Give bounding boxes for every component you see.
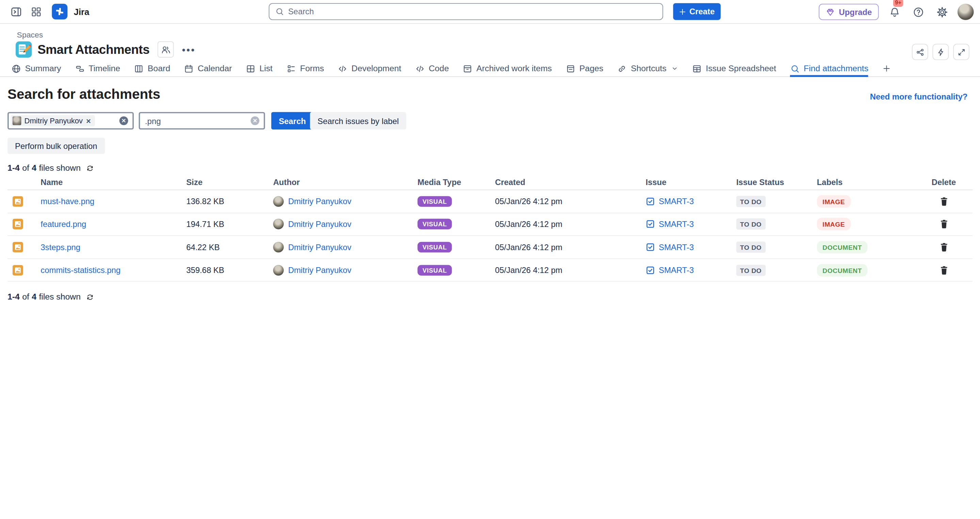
tab-label: Issue Spreadsheet: [706, 64, 776, 73]
board-icon: [134, 63, 144, 73]
globe-icon: [11, 63, 21, 73]
tab-development[interactable]: Development: [338, 62, 401, 77]
query-filter-input[interactable]: [145, 116, 251, 126]
top-nav: Jira Create Upgrade: [0, 0, 980, 24]
file-name-link[interactable]: 3steps.png: [40, 242, 80, 252]
clear-author-filter-button[interactable]: ✕: [119, 117, 128, 125]
tab-timeline[interactable]: Timeline: [75, 62, 120, 77]
tab-label: Forms: [300, 64, 324, 73]
bulk-operation-button[interactable]: Perform bulk operation: [8, 138, 105, 154]
search-by-label-button[interactable]: Search issues by label: [310, 112, 406, 129]
expand-button[interactable]: [953, 44, 969, 60]
file-name-link[interactable]: featured.png: [40, 219, 86, 229]
notifications-badge: 9+: [893, 0, 904, 7]
header-actions: [912, 44, 969, 60]
delete-button[interactable]: [939, 196, 949, 206]
author-cell: Dmitriy Panyukov: [273, 265, 351, 275]
avatar: [273, 242, 283, 252]
sidebar-toggle-button[interactable]: [8, 3, 24, 20]
tab-list[interactable]: List: [246, 62, 273, 77]
gear-icon: [936, 6, 948, 18]
add-tab-button[interactable]: [882, 62, 892, 77]
file-name-link[interactable]: commits-statistics.png: [40, 265, 121, 275]
avatar: [273, 265, 283, 275]
delete-button[interactable]: [939, 219, 949, 229]
share-button[interactable]: [912, 44, 928, 60]
image-file-icon: [13, 196, 23, 206]
refresh-button[interactable]: [86, 164, 95, 172]
need-more-functionality-link[interactable]: Need more functionality?: [870, 92, 967, 102]
author-filter-input[interactable]: Dmitriy Panyukov ✕ ✕: [8, 112, 134, 129]
author-link[interactable]: Dmitriy Panyukov: [288, 219, 351, 229]
delete-button[interactable]: [939, 265, 949, 275]
tab-archived-work-items[interactable]: Archived work items: [463, 62, 552, 77]
media-type-cell: VISUAL: [418, 242, 452, 252]
refresh-icon: [86, 164, 95, 172]
more-actions-button[interactable]: •••: [180, 44, 198, 54]
trash-icon: [939, 219, 949, 229]
column-header-author: Author: [273, 177, 299, 187]
image-file-icon: [13, 242, 23, 252]
author-link[interactable]: Dmitriy Panyukov: [288, 242, 351, 252]
file-size: 194.71 KB: [186, 219, 224, 229]
table-row: must-have.png 136.82 KB Dmitriy Panyukov…: [8, 190, 972, 213]
jira-logo[interactable]: [52, 4, 67, 19]
delete-cell: [931, 219, 956, 229]
app-switcher-button[interactable]: [28, 3, 45, 20]
label-badge: IMAGE: [817, 195, 851, 208]
media-type-badge: VISUAL: [418, 242, 452, 252]
delete-button[interactable]: [939, 242, 949, 252]
issue-status-cell: TO DO: [736, 242, 765, 253]
title-row: Smart Attachments •••: [16, 41, 198, 57]
media-type-cell: VISUAL: [418, 196, 452, 206]
status-badge: TO DO: [736, 242, 765, 253]
table-row: featured.png 194.71 KB Dmitriy Panyukov …: [8, 213, 972, 236]
search-icon: [790, 63, 800, 73]
tab-code[interactable]: Code: [415, 62, 449, 77]
tab-issue-spreadsheet[interactable]: Issue Spreadsheet: [692, 62, 776, 77]
delete-cell: [931, 265, 956, 275]
tab-label: Summary: [25, 64, 61, 73]
people-icon: [160, 44, 171, 54]
refresh-button[interactable]: [86, 292, 95, 301]
avatar: [273, 196, 283, 206]
author-link[interactable]: Dmitriy Panyukov: [288, 196, 351, 206]
link-icon: [617, 63, 627, 73]
column-header-issue: Issue: [646, 177, 667, 187]
author-chip-label: Dmitriy Panyukov: [24, 117, 83, 125]
help-button[interactable]: [910, 4, 926, 20]
chip-remove-icon[interactable]: ✕: [86, 117, 91, 124]
tab-pages[interactable]: Pages: [566, 62, 603, 77]
author-chip[interactable]: Dmitriy Panyukov ✕: [11, 115, 95, 126]
settings-button[interactable]: [934, 4, 950, 20]
top-nav-left: Jira: [8, 3, 89, 20]
query-filter: ✕: [139, 112, 265, 129]
user-avatar[interactable]: [958, 4, 974, 20]
collaborators-button[interactable]: [158, 41, 174, 57]
upgrade-button[interactable]: Upgrade: [819, 4, 879, 20]
search-button[interactable]: Search: [271, 112, 313, 129]
clear-query-button[interactable]: ✕: [251, 117, 259, 125]
file-name-link[interactable]: must-have.png: [40, 196, 94, 206]
count-range: 1-4: [8, 163, 20, 173]
app-root: Jira Create Upgrade: [0, 0, 980, 519]
tab-calendar[interactable]: Calendar: [184, 62, 232, 77]
trash-icon: [939, 265, 949, 275]
automation-button[interactable]: [932, 44, 949, 60]
status-badge: TO DO: [736, 219, 765, 230]
issue-link[interactable]: SMART-3: [659, 219, 694, 229]
global-search-input[interactable]: [288, 7, 657, 16]
timeline-icon: [75, 63, 85, 73]
column-header-issue-status: Issue Status: [736, 177, 784, 187]
tab-find-attachments[interactable]: Find attachments: [790, 62, 869, 77]
tab-shortcuts[interactable]: Shortcuts: [617, 62, 678, 77]
issue-link[interactable]: SMART-3: [659, 265, 694, 275]
issue-link[interactable]: SMART-3: [659, 242, 694, 252]
tab-summary[interactable]: Summary: [11, 62, 61, 77]
issue-link[interactable]: SMART-3: [659, 196, 694, 206]
create-button[interactable]: Create: [673, 3, 721, 20]
tab-board[interactable]: Board: [134, 62, 170, 77]
tab-forms[interactable]: Forms: [286, 62, 324, 77]
count-total: 4: [32, 292, 37, 302]
author-link[interactable]: Dmitriy Panyukov: [288, 265, 351, 275]
